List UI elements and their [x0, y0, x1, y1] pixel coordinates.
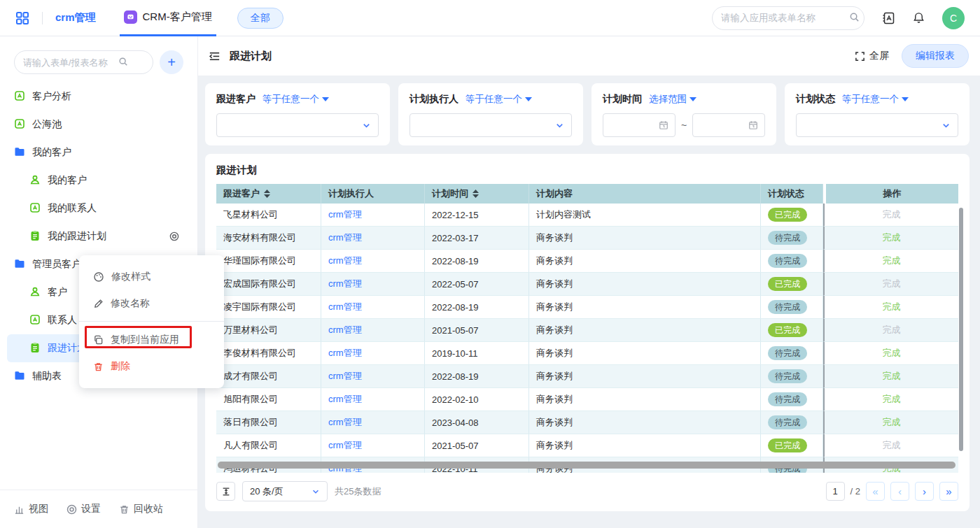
last-page-button[interactable]: » — [939, 482, 958, 501]
cell-plan-content: 商务谈判 — [529, 434, 761, 457]
cell-plan-executor-link[interactable]: crm管理 — [321, 204, 425, 227]
current-page-input[interactable]: 1 — [826, 482, 845, 501]
notification-bell-icon[interactable] — [912, 11, 925, 24]
complete-action-link[interactable]: 完成 — [883, 208, 901, 221]
scope-badge[interactable]: 全部 — [237, 8, 284, 29]
table-row[interactable]: 万里材料公司 crm管理 2021-05-07 商务谈判 已完成 完成 — [216, 319, 958, 342]
chevron-down-icon — [362, 121, 371, 130]
cell-plan-executor-link[interactable]: crm管理 — [321, 227, 425, 250]
app-switcher-icon[interactable] — [15, 11, 29, 25]
cell-plan-content: 商务谈判 — [529, 250, 761, 273]
cell-plan-status: 已完成 — [761, 204, 823, 227]
menu-item-delete[interactable]: 删除 — [79, 353, 224, 380]
sidebar-item-public-pool[interactable]: 公海池 — [7, 110, 190, 138]
col-header-plan-executor[interactable]: 计划执行人 — [321, 184, 425, 204]
global-search[interactable] — [712, 6, 864, 30]
table-row[interactable]: 成才有限公司 crm管理 2022-08-19 商务谈判 待完成 完成 — [216, 365, 958, 388]
table-row[interactable]: 李俊材料有限公司 crm管理 2019-10-11 商务谈判 待完成 完成 — [216, 342, 958, 365]
copy-icon — [93, 335, 104, 345]
sidebar-item-my-contacts[interactable]: 我的联系人 — [7, 194, 190, 222]
person-icon — [29, 174, 41, 187]
palette-icon — [93, 271, 104, 283]
horizontal-scrollbar[interactable] — [218, 462, 955, 469]
operator-dropdown[interactable]: 选择范围 — [649, 93, 696, 106]
pencil-icon — [93, 299, 104, 309]
cell-plan-executor-link[interactable]: crm管理 — [321, 388, 425, 411]
fullscreen-button[interactable]: 全屏 — [855, 50, 889, 62]
plan-status-select[interactable] — [796, 113, 958, 137]
cell-plan-executor-link[interactable]: crm管理 — [321, 365, 425, 388]
date-end-input[interactable] — [692, 113, 765, 137]
recycle-bin-button[interactable]: 回收站 — [119, 503, 163, 515]
col-header-follow-customer[interactable]: 跟进客户 — [216, 184, 321, 204]
sort-icon[interactable] — [264, 190, 270, 198]
complete-action-link[interactable]: 完成 — [883, 439, 901, 452]
complete-action-link[interactable]: 完成 — [883, 278, 901, 290]
table-row[interactable]: 宏成国际有限公司 crm管理 2022-05-07 商务谈判 已完成 完成 — [216, 273, 958, 296]
date-start-input[interactable] — [603, 113, 676, 137]
vertical-scrollbar-thumb[interactable] — [959, 208, 963, 451]
table-row[interactable]: 凡人有限公司 crm管理 2021-05-07 商务谈判 已完成 完成 — [216, 434, 958, 457]
cell-plan-executor-link[interactable]: crm管理 — [321, 250, 425, 273]
complete-action-link[interactable]: 完成 — [883, 347, 901, 359]
col-header-plan-status[interactable]: 计划状态 — [761, 184, 823, 204]
col-header-plan-time[interactable]: 计划时间 — [425, 184, 529, 204]
views-button[interactable]: 视图 — [14, 503, 48, 515]
complete-action-link[interactable]: 完成 — [883, 393, 901, 406]
cell-plan-executor-link[interactable]: crm管理 — [321, 411, 425, 434]
complete-action-link[interactable]: 完成 — [883, 416, 901, 429]
complete-action-link[interactable]: 完成 — [883, 324, 901, 336]
tab-crm-customer[interactable]: CRM-客户管理 — [120, 0, 216, 36]
table-row[interactable]: 华瑾国际有限公司 crm管理 2022-08-19 商务谈判 待完成 完成 — [216, 250, 958, 273]
col-header-plan-content[interactable]: 计划内容 — [529, 184, 761, 204]
cell-plan-executor-link[interactable]: crm管理 — [321, 296, 425, 319]
sort-icon[interactable] — [472, 190, 479, 198]
sidebar-item-customer-analysis[interactable]: 客户分析 — [7, 83, 190, 110]
item-settings-icon[interactable] — [169, 231, 179, 241]
operator-dropdown[interactable]: 等于任意一个 — [465, 93, 532, 106]
page-size-select[interactable]: 20 条/页 — [242, 481, 328, 501]
menu-item-modify-style[interactable]: 修改样式 — [79, 264, 224, 290]
operator-dropdown[interactable]: 等于任意一个 — [842, 93, 909, 106]
fit-height-button[interactable] — [216, 482, 235, 501]
global-search-input[interactable] — [721, 13, 845, 23]
sidebar-search[interactable] — [14, 50, 153, 74]
add-form-button[interactable]: + — [160, 50, 183, 74]
cell-plan-status: 待完成 — [761, 227, 823, 250]
sidebar-item-my-follow-plan[interactable]: 我的跟进计划 — [7, 222, 190, 250]
table-row[interactable]: 落日有限公司 crm管理 2023-04-08 商务谈判 待完成 完成 — [216, 411, 958, 434]
filter-follow-customer: 跟进客户 等于任意一个 — [205, 83, 390, 145]
caret-down-icon — [525, 97, 532, 101]
user-avatar[interactable]: C — [942, 7, 965, 29]
sidebar-item-my-customers[interactable]: 我的客户 — [7, 166, 190, 194]
table-row[interactable]: 海安材料有限公司 crm管理 2022-03-17 商务谈判 待完成 完成 — [216, 227, 958, 250]
table-row[interactable]: 旭阳有限公司 crm管理 2022-02-10 商务谈判 待完成 完成 — [216, 388, 958, 411]
address-book-icon[interactable] — [881, 11, 895, 25]
collapse-sidebar-icon[interactable] — [208, 50, 221, 63]
operator-dropdown[interactable]: 等于任意一个 — [262, 93, 329, 106]
menu-item-copy-to-app[interactable]: 复制到当前应用 — [79, 327, 224, 353]
cell-plan-executor-link[interactable]: crm管理 — [321, 342, 425, 365]
complete-action-link[interactable]: 完成 — [883, 231, 901, 244]
cell-follow-customer: 飞星材料公司 — [216, 204, 321, 227]
first-page-button[interactable]: « — [866, 482, 885, 501]
prev-page-button[interactable]: ‹ — [890, 482, 909, 501]
sidebar-search-input[interactable] — [23, 57, 114, 68]
app-name[interactable]: crm管理 — [55, 11, 96, 24]
table-row[interactable]: 飞星材料公司 crm管理 2022-12-15 计划内容测试 已完成 完成 — [216, 204, 958, 227]
complete-action-link[interactable]: 完成 — [883, 301, 901, 313]
follow-customer-select[interactable] — [216, 113, 379, 137]
next-page-button[interactable]: › — [915, 482, 934, 501]
edit-report-button[interactable]: 编辑报表 — [902, 44, 969, 68]
plan-executor-select[interactable] — [410, 113, 572, 137]
cell-plan-executor-link[interactable]: crm管理 — [321, 434, 425, 457]
settings-button[interactable]: 设置 — [66, 503, 101, 515]
sidebar-folder-my-customers[interactable]: 我的客户 — [7, 138, 190, 166]
cell-plan-executor-link[interactable]: crm管理 — [321, 319, 425, 342]
status-badge: 已完成 — [768, 277, 807, 291]
complete-action-link[interactable]: 完成 — [883, 255, 901, 267]
complete-action-link[interactable]: 完成 — [883, 370, 901, 383]
cell-plan-executor-link[interactable]: crm管理 — [321, 273, 425, 296]
menu-item-rename[interactable]: 修改名称 — [79, 290, 224, 317]
table-row[interactable]: 凌宇国际有限公司 crm管理 2022-08-19 商务谈判 待完成 完成 — [216, 296, 958, 319]
